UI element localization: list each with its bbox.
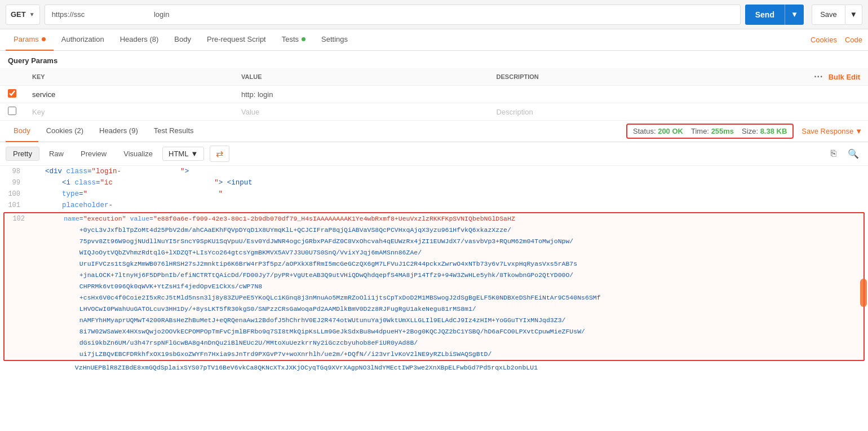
tab-headers[interactable]: Headers (8) (112, 29, 167, 51)
resp-tab-headers-label: Headers (9) (99, 126, 138, 135)
send-button[interactable]: Send (745, 5, 785, 25)
line-num-h6 (5, 281, 33, 292)
tab-authorization[interactable]: Authorization (54, 29, 112, 51)
status-badge: Status: 200 OK Time: 255ms Size: 8.38 KB… (626, 124, 862, 139)
resp-tab-test-results[interactable]: Test Results (146, 121, 202, 142)
line-num-h2 (5, 236, 33, 247)
send-dropdown-button[interactable]: ▼ (785, 5, 804, 25)
line-num-h1 (5, 225, 33, 236)
save-response-chevron-icon: ▼ (855, 127, 862, 135)
view-tabs-right: ⎘ 🔍 (827, 147, 862, 161)
cookies-link[interactable]: Cookies (811, 36, 837, 44)
tab-settings-label: Settings (321, 35, 348, 43)
url-input[interactable] (45, 5, 741, 25)
tab-headers-label: Headers (8) (120, 35, 159, 43)
highlighted-block: 102 name="execution" value="e88f0a6e-f90… (3, 212, 865, 361)
bulk-edit-button[interactable]: Bulk Edit (829, 73, 860, 81)
row2-description[interactable]: Description (489, 103, 800, 121)
view-tab-preview[interactable]: Preview (73, 147, 114, 161)
status-box: Status: 200 OK Time: 255ms Size: 8.38 KB (626, 124, 794, 139)
view-tab-visualize[interactable]: Visualize (116, 147, 160, 161)
col-actions: ··· Bulk Edit (800, 68, 868, 86)
tab-settings[interactable]: Settings (313, 29, 356, 51)
size-text-label: Size: (742, 127, 758, 135)
row2-key[interactable]: Key (24, 103, 233, 121)
save-response-button[interactable]: Save Response ▼ (801, 127, 862, 135)
code-line-102: 102 name="execution" value="e88f0a6e-f90… (5, 213, 863, 225)
row1-value[interactable]: http: login (233, 86, 489, 103)
scrollbar-thumb[interactable] (860, 279, 867, 307)
resp-tab-cookies-label: Cookies (2) (46, 126, 83, 135)
line-num-h12 (5, 349, 33, 360)
code-line-h12: ui7jLZBQvEBCFDRkhfxOX19sbGxoZWYFn7Hxia9s… (5, 349, 863, 360)
time-label: Time: 255ms (691, 127, 734, 135)
status-value: 200 OK (658, 127, 683, 135)
params-table: KEY VALUE DESCRIPTION ··· Bulk Edit serv… (0, 68, 868, 121)
size-label: Size: 8.38 KB (742, 127, 787, 135)
code-line-h7: +csHx6V0c4f0Coie2I5xRcJ5tMld5nsn3lj8y83Z… (5, 292, 863, 304)
code-line-101: 101 placeholder- (0, 200, 868, 211)
row2-checkbox[interactable] (8, 107, 16, 115)
save-response-label: Save Response (801, 127, 853, 135)
code-line-h8: LHVOCwI0PWahUuGATOLcuv3HH1Dy/+8ysLKT5fR3… (5, 304, 863, 315)
resp-tab-body-label: Body (14, 126, 30, 135)
line-num-h7 (5, 292, 33, 304)
line-content-101: placeholder- (28, 200, 868, 211)
code-link[interactable]: Code (845, 36, 862, 44)
row1-description[interactable] (489, 86, 800, 103)
line-num-99: 99 (0, 177, 28, 188)
time-text-label: Time: (691, 127, 709, 135)
search-icon[interactable]: 🔍 (844, 147, 862, 161)
tab-pre-request[interactable]: Pre-request Script (199, 29, 274, 51)
code-line-h1: +0ycL3vJxfblTpZoMt4d25PbV2dm/ahCAaEKhFQV… (5, 225, 863, 236)
row1-check-cell[interactable] (0, 86, 24, 103)
code-line-100: 100 type=" " (0, 188, 868, 200)
resp-tab-cookies[interactable]: Cookies (2) (38, 121, 91, 142)
line-num-last (0, 362, 28, 373)
save-button[interactable]: Save (812, 5, 845, 25)
code-line-h11: dGsi9kbZn6UM/u3h47rspNFlGcwBA8g4nDnQu2iB… (5, 337, 863, 349)
method-label: GET (11, 10, 26, 19)
line-num-98: 98 (0, 166, 28, 177)
line-num-h11 (5, 337, 33, 349)
view-tab-pretty[interactable]: Pretty (6, 147, 39, 161)
method-select[interactable]: GET ▼ (6, 5, 40, 25)
line-num-101: 101 (0, 200, 28, 211)
copy-icon[interactable]: ⎘ (827, 147, 840, 161)
line-num-h5 (5, 270, 33, 281)
col-value: VALUE (233, 68, 489, 86)
size-value: 8.38 KB (760, 127, 787, 135)
line-content-h9: nAMFYhHMyaprUQMwT4200RABsHeZhBuMetJ+eQRQ… (33, 315, 863, 326)
code-viewer[interactable]: 98 <div class="login- "> 99 <i class="ic… (0, 166, 868, 431)
row2-check-cell[interactable] (0, 103, 24, 121)
col-key: KEY (24, 68, 233, 86)
tab-params[interactable]: Params (6, 29, 54, 51)
view-tab-raw[interactable]: Raw (42, 147, 71, 161)
row2-value[interactable]: Value (233, 103, 489, 121)
tab-tests[interactable]: Tests (274, 29, 313, 51)
line-content-98: <div class="login- "> (28, 166, 868, 177)
top-bar: GET ▼ Send ▼ Save ▼ (0, 0, 868, 29)
row1-checkbox[interactable] (8, 89, 16, 98)
query-params-title: Query Params (0, 51, 868, 68)
code-line-h6: CHPRMk6vt096Qk0qWVK+YtZsH1f4jedOpvE1CkXs… (5, 281, 863, 292)
code-line-h2: 75pvv8Zt96W9ogjNUdllNuYI5rSncY9SpKU1SqVp… (5, 236, 863, 247)
resp-tab-headers[interactable]: Headers (9) (91, 121, 146, 142)
line-content-h10: 8i7W02WSaWeX4HXswQwjo2OOVkECPOMPOpTmFvCj… (33, 326, 863, 337)
save-dropdown-button[interactable]: ▼ (845, 5, 862, 25)
more-button[interactable]: ··· (814, 72, 823, 81)
format-select[interactable]: HTML ▼ (162, 147, 204, 161)
status-text-label: Status: (633, 127, 656, 135)
wrap-button[interactable]: ⇄ (210, 146, 229, 162)
table-row: Key Value Description (0, 103, 868, 121)
row2-actions (800, 103, 868, 121)
tab-body-label: Body (174, 35, 191, 43)
row1-key[interactable]: service (24, 86, 233, 103)
line-num-h4 (5, 258, 33, 270)
line-content-h4: UruIFVCzs1tSgkzMmWB076lHRSH27sJ2mnktip6K… (33, 258, 863, 270)
request-tabs-row: Params Authorization Headers (8) Body Pr… (0, 29, 868, 51)
tab-tests-label: Tests (282, 35, 299, 43)
query-params-section: Query Params KEY VALUE DESCRIPTION ··· B… (0, 51, 868, 121)
tab-body[interactable]: Body (166, 29, 199, 51)
resp-tab-body[interactable]: Body (6, 121, 38, 142)
